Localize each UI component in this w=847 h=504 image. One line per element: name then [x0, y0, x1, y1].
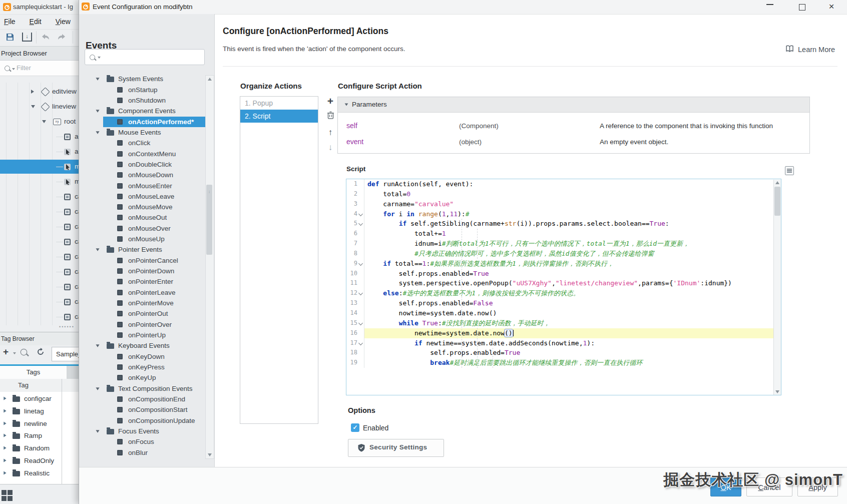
- chevron-right-icon[interactable]: [4, 471, 6, 474]
- scrollbar-thumb[interactable]: ⁞: [206, 185, 212, 255]
- project-node-ca-14[interactable]: ca: [0, 295, 79, 309]
- chevron-right-icon[interactable]: [4, 409, 6, 412]
- scroll-down-icon[interactable]: [208, 453, 212, 456]
- redo-icon[interactable]: [57, 33, 66, 43]
- project-filter-field[interactable]: Filter: [0, 61, 79, 76]
- cancel-button[interactable]: Cancel: [746, 477, 792, 496]
- move-action-up-button[interactable]: ↑: [325, 128, 335, 139]
- code-line-19[interactable]: 19 break#延时满足后需要跳出循环才能继续重复操作，否则一直在执行循环: [346, 358, 781, 368]
- chevron-down-icon[interactable]: [31, 105, 35, 108]
- event-group-Text Composition Events[interactable]: Text Composition Events: [79, 383, 205, 394]
- project-node-editview-0[interactable]: editview: [0, 85, 79, 99]
- event-group-System Events[interactable]: System Events: [79, 74, 205, 84]
- project-node-ca-12[interactable]: ca: [0, 265, 79, 279]
- maximize-button[interactable]: [792, 0, 812, 14]
- app-grid-icon[interactable]: [2, 490, 14, 502]
- code-line-9[interactable]: 9 if total==1:#如果界面所选复选框数量为1，则执行弹窗操作，否则不…: [346, 259, 781, 269]
- event-item-onPointerCancel[interactable]: onPointerCancel: [79, 255, 205, 266]
- event-group-Component Events[interactable]: Component Events: [79, 106, 205, 116]
- event-group-Keyboard Events[interactable]: Keyboard Events: [79, 340, 205, 351]
- project-node-root-2[interactable]: xyroot: [0, 115, 79, 129]
- export-save-icon[interactable]: ↓: [22, 33, 32, 42]
- project-node-m-5[interactable]: m: [0, 160, 79, 174]
- chevron-down-icon[interactable]: [96, 387, 99, 390]
- code-line-8[interactable]: 8 #只考虑正确的情况即可，选中多个复选框时，虽然id值变化了，但不会传递给弹窗: [346, 249, 781, 259]
- event-item-onMouseMove[interactable]: onMouseMove: [79, 202, 205, 212]
- learn-more-link[interactable]: Learn More: [798, 46, 835, 54]
- chevron-right-icon[interactable]: [4, 446, 6, 450]
- project-node-ca-8[interactable]: ca: [0, 205, 79, 219]
- event-item-onPointerEnter[interactable]: onPointerEnter: [79, 276, 205, 287]
- tag-newline[interactable]: newline: [0, 418, 79, 430]
- dialog-titlebar[interactable]: Event Configuration on modifybtn ×: [79, 0, 847, 15]
- chevron-right-icon[interactable]: [4, 396, 6, 400]
- tag-ReadOnly[interactable]: ReadOnly: [0, 455, 79, 467]
- panel-splitter-handle[interactable]: ••••••: [59, 324, 75, 329]
- event-item-onMouseOut[interactable]: onMouseOut: [79, 212, 205, 223]
- tag-column-header[interactable]: Tag: [0, 379, 79, 392]
- tag-Ramp[interactable]: Ramp: [0, 430, 79, 442]
- event-item-onPointerLeave[interactable]: onPointerLeave: [79, 287, 205, 298]
- project-node-ca-7[interactable]: ca: [0, 190, 79, 204]
- event-item-onContextMenu[interactable]: onContextMenu: [79, 149, 205, 159]
- menu-file[interactable]: File: [4, 18, 16, 26]
- events-search-input[interactable]: [85, 49, 205, 65]
- code-line-16[interactable]: 16 newtime=system.date.now(): [346, 328, 781, 338]
- editor-menu-icon[interactable]: [785, 166, 794, 175]
- event-item-onCompositionEnd[interactable]: onCompositionEnd: [79, 394, 205, 404]
- action-item-script[interactable]: 2. Script: [240, 110, 318, 123]
- refresh-icon[interactable]: [36, 347, 45, 358]
- ok-button[interactable]: OK: [710, 477, 741, 496]
- minimize-button[interactable]: [760, 0, 780, 14]
- project-node-ca-10[interactable]: ca: [0, 235, 79, 249]
- event-item-onCompositionStart[interactable]: onCompositionStart: [79, 404, 205, 415]
- event-item-onMouseLeave[interactable]: onMouseLeave: [79, 191, 205, 202]
- action-item-popup[interactable]: 1. Popup: [240, 97, 318, 110]
- undo-icon[interactable]: [41, 33, 51, 43]
- scroll-up-icon[interactable]: [208, 78, 212, 81]
- add-tag-button[interactable]: +: [3, 346, 9, 357]
- scroll-up-icon[interactable]: [775, 181, 779, 184]
- event-item-onPointerOver[interactable]: onPointerOver: [79, 319, 205, 330]
- event-item-onClick[interactable]: onClick: [79, 138, 205, 148]
- code-line-3[interactable]: 3 carname="carvalue": [346, 199, 781, 209]
- code-line-17[interactable]: 17 if newtime==system.date.addSeconds(no…: [346, 338, 781, 348]
- code-line-2[interactable]: 2 total=0: [346, 189, 781, 199]
- code-line-11[interactable]: 11 system.perspective.openPopup("uUS7Xgh…: [346, 278, 781, 288]
- event-item-onKeyUp[interactable]: onKeyUp: [79, 372, 205, 383]
- project-node-ca-15[interactable]: ca: [0, 310, 79, 324]
- apply-button[interactable]: Apply: [797, 477, 838, 496]
- tab-tags[interactable]: Tags: [0, 366, 67, 379]
- tag-Random[interactable]: Random: [0, 442, 79, 454]
- enabled-checkbox[interactable]: ✓: [351, 423, 359, 432]
- event-item-onMouseOver[interactable]: onMouseOver: [79, 223, 205, 234]
- event-item-onKeyDown[interactable]: onKeyDown: [79, 351, 205, 362]
- fold-chevron-icon[interactable]: [357, 219, 364, 229]
- editor-scrollbar[interactable]: [773, 180, 781, 395]
- chevron-down-icon[interactable]: [42, 120, 46, 123]
- chevron-right-icon[interactable]: [31, 90, 34, 94]
- menu-view[interactable]: View: [56, 18, 71, 26]
- project-node-ad-3[interactable]: ad: [0, 130, 79, 144]
- chevron-right-icon[interactable]: [4, 434, 6, 437]
- chevron-down-icon[interactable]: [96, 110, 99, 113]
- event-item-onMouseUp[interactable]: onMouseUp: [79, 234, 205, 244]
- event-item-onPointerOut[interactable]: onPointerOut: [79, 308, 205, 319]
- save-icon[interactable]: [6, 33, 15, 44]
- event-item-onKeyPress[interactable]: onKeyPress: [79, 362, 205, 372]
- events-scrollbar[interactable]: ⁞: [205, 75, 214, 459]
- event-group-Pointer Events[interactable]: Pointer Events: [79, 244, 205, 255]
- event-item-onBlur[interactable]: onBlur: [79, 447, 205, 458]
- menu-edit[interactable]: Edit: [30, 18, 42, 26]
- event-item-onMouseEnter[interactable]: onMouseEnter: [79, 181, 205, 191]
- chevron-right-icon[interactable]: [4, 421, 6, 425]
- chevron-down-icon[interactable]: [96, 249, 99, 251]
- event-item-onPointerDown[interactable]: onPointerDown: [79, 266, 205, 276]
- fold-chevron-icon[interactable]: [357, 259, 364, 269]
- fold-chevron-icon[interactable]: [357, 318, 364, 328]
- chevron-down-icon[interactable]: [96, 131, 99, 134]
- chevron-down-icon[interactable]: [96, 78, 99, 81]
- event-item-onFocus[interactable]: onFocus: [79, 436, 205, 447]
- code-line-13[interactable]: 13 self.props.enabled=False: [346, 298, 781, 308]
- security-settings-button[interactable]: Security Settings: [348, 439, 444, 457]
